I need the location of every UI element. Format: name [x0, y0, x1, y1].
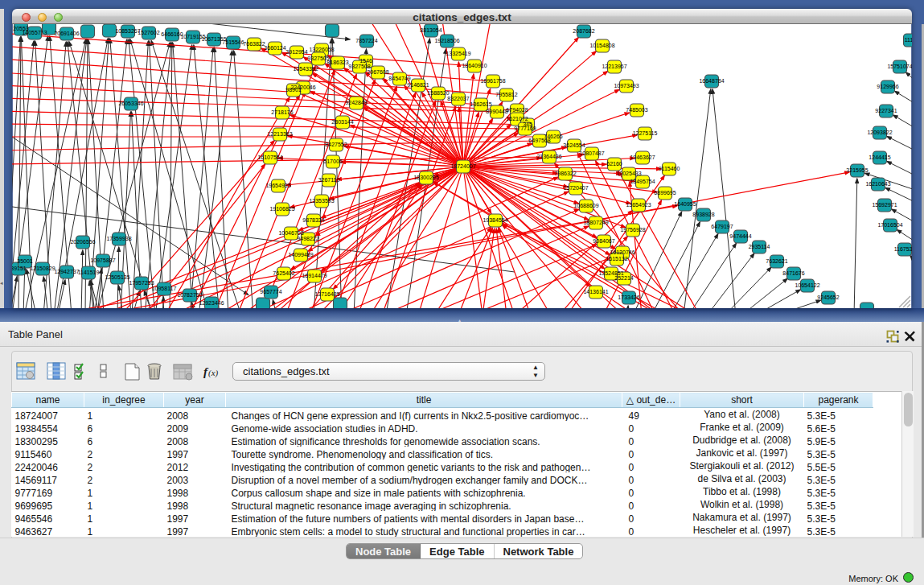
svg-text:10807487: 10807487	[579, 150, 604, 156]
svg-text:13716485: 13716485	[314, 291, 339, 297]
svg-text:1141519: 1141519	[78, 270, 100, 275]
svg-text:9498222: 9498222	[297, 236, 318, 241]
svg-text:16648784: 16648784	[699, 78, 724, 84]
svg-text:13325419: 13325419	[446, 51, 470, 56]
svg-text:7625402: 7625402	[273, 270, 294, 276]
svg-text:2967608: 2967608	[367, 69, 388, 75]
svg-text:9777169: 9777169	[514, 126, 536, 131]
svg-text:8427552: 8427552	[325, 142, 347, 147]
svg-text:16210643: 16210643	[865, 181, 890, 187]
svg-text:517006: 517006	[323, 159, 342, 164]
svg-text:10782759: 10782759	[177, 292, 202, 298]
svg-text:10688609: 10688609	[573, 203, 598, 208]
svg-text:3267110: 3267110	[318, 177, 340, 183]
svg-text:1112: 1112	[905, 37, 912, 43]
svg-text:10025433: 10025433	[616, 171, 641, 176]
svg-text:18640910: 18640910	[462, 63, 487, 68]
svg-text:252214: 252214	[614, 275, 633, 281]
svg-text:10654122: 10654122	[795, 282, 819, 288]
svg-text:10958117: 10958117	[152, 286, 177, 291]
svg-text:15692971: 15692971	[872, 202, 897, 208]
svg-text:1640955: 1640955	[674, 201, 696, 207]
svg-text:17957253: 17957253	[129, 280, 154, 286]
svg-text:16107554: 16107554	[257, 154, 282, 160]
svg-text:18724007: 18724007	[450, 163, 475, 169]
svg-text:2718176: 2718176	[271, 109, 293, 115]
svg-text:1244415: 1244415	[869, 154, 890, 160]
svg-text:39151: 39151	[12, 266, 27, 271]
svg-text:14136141: 14136141	[583, 289, 608, 295]
svg-text:(x): (x)	[208, 368, 219, 378]
svg-text:3660124: 3660124	[264, 45, 285, 51]
svg-text:18807249: 18807249	[583, 220, 608, 225]
svg-text:12275115: 12275115	[633, 130, 658, 136]
svg-text:12213363: 12213363	[267, 131, 292, 137]
svg-text:1621072: 1621072	[506, 116, 528, 122]
svg-text:6497568: 6497568	[528, 138, 550, 143]
svg-text:8471676: 8471676	[782, 270, 804, 276]
svg-text:12093822: 12093822	[867, 130, 892, 135]
svg-text:16961758: 16961758	[480, 78, 505, 84]
svg-text:1167534: 1167534	[894, 246, 912, 252]
svg-text:9129966: 9129966	[877, 84, 898, 89]
svg-text:14055713: 14055713	[22, 30, 47, 35]
svg-text:10154808: 10154808	[589, 43, 614, 48]
svg-text:21364436: 21364436	[536, 154, 561, 159]
svg-text:12923446: 12923446	[199, 300, 224, 306]
svg-text:19218506: 19218506	[434, 38, 459, 43]
svg-text:10973493: 10973493	[614, 83, 639, 89]
svg-text:9657774: 9657774	[260, 289, 281, 295]
svg-text:7857224: 7857224	[355, 38, 377, 43]
svg-text:12150829: 12150829	[30, 266, 55, 271]
svg-text:20206556: 20206556	[70, 239, 95, 245]
svg-text:1362615: 1362615	[470, 101, 491, 107]
svg-text:9227341: 9227341	[875, 108, 897, 113]
svg-text:8813054: 8813054	[420, 27, 441, 33]
svg-text:8186323: 8186323	[326, 60, 348, 65]
svg-text:16914479: 16914479	[302, 273, 326, 278]
svg-text:3215955: 3215955	[846, 167, 868, 173]
svg-text:98901: 98901	[285, 87, 302, 93]
svg-text:1527602: 1527602	[138, 30, 159, 35]
svg-text:7632621: 7632621	[766, 258, 787, 264]
svg-text:6794028: 6794028	[506, 107, 528, 113]
svg-text:14099489: 14099489	[288, 252, 313, 257]
svg-text:6899695: 6899695	[654, 190, 676, 196]
svg-text:10853267: 10853267	[115, 28, 140, 34]
svg-text:19756928: 19756928	[620, 227, 645, 233]
svg-text:9327508: 9327508	[348, 64, 370, 69]
svg-text:12505135: 12505135	[105, 274, 129, 280]
svg-text:1615132: 1615132	[606, 256, 627, 262]
svg-text:2935114: 2935114	[749, 244, 770, 249]
svg-text:15720407: 15720407	[563, 185, 588, 191]
svg-text:9146821: 9146821	[407, 82, 429, 88]
svg-text:8938928: 8938928	[692, 212, 714, 217]
svg-text:8454749: 8454749	[388, 76, 410, 81]
svg-text:7955812: 7955812	[495, 92, 517, 97]
svg-text:12942737: 12942737	[54, 269, 79, 274]
svg-text:3912954: 3912954	[285, 49, 307, 55]
svg-text:19106825: 19106825	[269, 206, 294, 212]
svg-text:7986322: 7986322	[554, 171, 576, 176]
svg-text:9115460: 9115460	[659, 166, 680, 171]
svg-text:10046708: 10046708	[278, 230, 303, 236]
svg-text:13654923: 13654923	[626, 202, 651, 208]
svg-text:9878334: 9878334	[302, 217, 324, 223]
svg-text:18495754: 18495754	[630, 179, 655, 184]
svg-text:35001: 35001	[17, 258, 33, 264]
svg-text:9242848: 9242848	[345, 100, 367, 105]
svg-text:2087682: 2087682	[573, 28, 594, 34]
svg-text:19463627: 19463627	[630, 154, 655, 160]
svg-text:12353593: 12353593	[309, 198, 334, 204]
svg-text:26053346: 26053346	[118, 101, 143, 106]
svg-text:8322037: 8322037	[447, 96, 469, 101]
svg-text:19654935: 19654935	[265, 183, 290, 188]
svg-text:8990448: 8990448	[486, 109, 507, 114]
svg-text:18300295: 18300295	[413, 175, 438, 180]
svg-text:62160: 62160	[606, 161, 622, 167]
svg-text:2803144: 2803144	[331, 119, 353, 125]
svg-text:17359938: 17359938	[106, 236, 131, 241]
svg-text:10543392: 10543392	[293, 66, 318, 72]
svg-text:15751074: 15751074	[887, 64, 912, 69]
svg-text:10975887: 10975887	[90, 257, 115, 263]
